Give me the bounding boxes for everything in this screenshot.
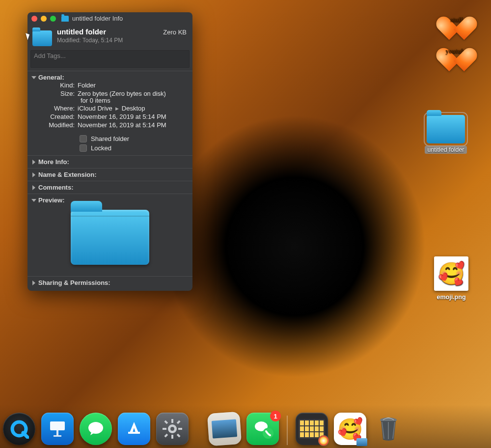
where-label: Where: [33,105,78,112]
tags-input[interactable]: Add Tags... [30,50,190,68]
size-label: Size: [33,90,78,97]
svg-point-15 [170,427,174,431]
titlebar[interactable]: untitled folder Info [27,12,192,25]
chrome-badge-icon [318,435,329,446]
section-title: Comments: [38,184,74,191]
dock-app-messages[interactable] [80,413,112,445]
dock-separator [287,416,288,445]
disclosure-triangle-icon[interactable] [31,199,36,202]
desktop-item-youtube[interactable]: youtube [436,38,478,62]
size-subvalue: for 0 items [27,97,192,104]
heart-label: youtube [443,47,470,55]
window-controls [31,16,56,22]
section-header-comments[interactable]: Comments: [27,184,192,191]
phone-bubble-icon [251,418,274,440]
dock-minimized-finder-window[interactable] [296,413,328,445]
emoji-preview-icon: 🥰 [337,417,363,441]
folder-icon [427,115,465,143]
get-info-window: untitled folder Info untitled folder Mod… [27,12,192,291]
path-separator-icon: ▶ [115,106,119,111]
section-title: More Info: [38,158,69,166]
svg-rect-5 [128,432,140,434]
disclosure-triangle-icon[interactable] [32,172,35,177]
item-name: untitled folder [57,28,158,36]
section-title: Sharing & Permissions: [38,279,110,286]
dock-app-system-preferences[interactable] [156,413,189,445]
folder-icon[interactable] [32,30,52,46]
appstore-icon [124,419,144,439]
section-title: Preview: [38,196,64,204]
desktop-item-stuff[interactable]: stuff [436,7,478,30]
svg-rect-10 [178,428,182,430]
section-header-name-extension[interactable]: Name & Extension: [27,171,192,178]
info-header: untitled folder Modified: Today, 5:14 PM… [27,25,192,50]
dock-app-messages-facetime[interactable]: 1 [246,413,279,445]
desktop-item-label: untitled folder [425,146,466,154]
section-header-preview[interactable]: Preview: [27,196,192,204]
section-preview: Preview: [27,194,192,276]
locked-row[interactable]: Locked [27,143,192,153]
disclosure-triangle-icon[interactable] [31,76,36,79]
folder-preview-icon [71,210,149,265]
minimize-window-button[interactable] [41,16,47,22]
dock-app-appstore[interactable] [118,413,150,445]
where-path-2: Desktop [122,105,145,112]
kind-label: Kind: [33,82,78,89]
where-value: iCloud Drive ▶ Desktop [78,105,187,112]
created-label: Created: [33,113,78,120]
heart-label: stuff [443,16,470,24]
window-title: untitled folder Info [72,15,123,22]
size-value: Zero bytes (Zero bytes on disk) [78,90,187,97]
section-header-general[interactable]: General: [27,74,192,81]
section-general: General: Kind:Folder Size:Zero bytes (Ze… [27,71,192,155]
kind-value: Folder [78,82,187,89]
svg-rect-9 [163,428,166,430]
section-title: General: [38,74,64,81]
svg-rect-14 [177,434,181,438]
heart-folder-icon: stuff [443,7,470,30]
image-file-icon: 🥰 [434,256,468,291]
locked-label: Locked [91,144,111,152]
desktop-item-untitled-folder[interactable]: untitled folder [421,115,470,154]
dock-minimized-preview[interactable]: 🥰 [334,413,366,445]
disclosure-triangle-icon[interactable] [32,280,35,285]
svg-rect-12 [177,420,181,424]
zoom-window-button[interactable] [50,16,56,22]
folder-icon [61,16,69,22]
disclosure-triangle-icon[interactable] [32,160,35,165]
messages-icon [85,419,106,439]
svg-rect-13 [164,434,168,438]
svg-point-4 [88,422,103,434]
dock-app-keynote[interactable] [41,413,74,445]
svg-rect-7 [171,419,173,423]
dock-app-quicktime[interactable] [3,413,35,445]
item-modified: Modified: Today, 5:14 PM [57,37,158,44]
notification-badge: 1 [270,411,281,421]
disclosure-triangle-icon[interactable] [32,185,35,190]
heart-folder-icon: youtube [443,38,470,62]
svg-rect-8 [171,435,173,439]
section-header-more-info[interactable]: More Info: [27,158,192,166]
preview-app-badge-icon [356,438,367,446]
dock: 1 🥰 [0,405,491,448]
locked-checkbox[interactable] [80,144,87,152]
svg-rect-1 [50,421,65,430]
svg-rect-2 [56,430,58,435]
svg-rect-11 [164,420,168,424]
dock-trash[interactable] [372,413,405,445]
section-title: Name & Extension: [38,171,96,178]
modified-value: November 16, 2019 at 5:14 PM [78,121,187,129]
shared-folder-row[interactable]: Shared folder [27,134,192,143]
section-header-sharing[interactable]: Sharing & Permissions: [27,279,192,286]
dock-app-photos[interactable] [207,412,242,446]
preview-area [27,204,192,274]
shared-folder-checkbox[interactable] [80,135,87,142]
gear-icon [162,418,183,440]
desktop-item-emoji-png[interactable]: 🥰 emoji.png [430,256,472,301]
svg-rect-3 [54,435,61,437]
trash-icon [377,416,400,442]
item-size: Zero KB [163,28,187,36]
modified-label: Modified: [33,121,78,129]
where-path-1: iCloud Drive [78,105,112,112]
close-window-button[interactable] [31,16,37,22]
